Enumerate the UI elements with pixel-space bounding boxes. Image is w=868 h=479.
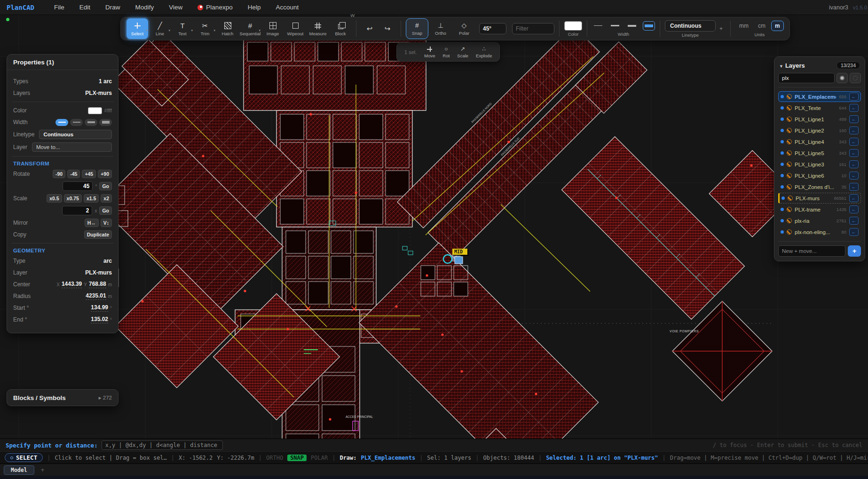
layers-panel-title[interactable]: ▼Layers	[779, 62, 805, 69]
prop-linetype-select[interactable]: Continuous	[39, 130, 112, 139]
tab-model[interactable]: Model	[4, 465, 34, 475]
menu-edit[interactable]: Edit	[72, 0, 98, 15]
mirror-vertical-button[interactable]: V↕	[101, 219, 112, 227]
layer-visibility-dot[interactable]	[781, 140, 784, 143]
tool-hatch[interactable]: Hatch	[217, 18, 238, 39]
move-selection-to-layer-button[interactable]: ←	[849, 205, 859, 213]
toggle-ortho[interactable]: ⊥ Ortho	[429, 18, 452, 39]
move-selection-to-layer-button[interactable]: ←	[849, 183, 859, 191]
radius-value[interactable]: 4235.01	[86, 292, 106, 300]
new-layer-input[interactable]	[778, 245, 845, 257]
context-move-button[interactable]: Move	[424, 46, 435, 58]
unit-m[interactable]: m	[771, 21, 784, 31]
center-x-value[interactable]: 1443.39	[62, 281, 82, 288]
no-entry-icon[interactable]	[787, 173, 792, 178]
layer-row[interactable]: PLX_Ligne5343←	[778, 148, 861, 158]
rotate-minus-90-button[interactable]: -90	[53, 170, 65, 178]
move-selection-to-layer-button[interactable]: ←	[849, 194, 859, 202]
layer-row[interactable]: PLX_Ligne1489←	[778, 114, 861, 125]
layer-row[interactable]: PLX_Zones d'i...35←	[778, 181, 861, 192]
layer-row[interactable]: PLX-murs86561←	[778, 193, 861, 204]
menu-modify[interactable]: Modify	[128, 0, 162, 15]
undo-button[interactable]: ↩	[361, 18, 378, 39]
blocks-symbols-panel[interactable]: Blocks / Symbols ▸ 272	[7, 389, 118, 406]
linetype-add-icon[interactable]: +	[719, 25, 723, 32]
context-explode-button[interactable]: ∴ Explode	[476, 46, 492, 58]
start-angle-value[interactable]: 134.99	[91, 304, 108, 312]
scale-x15-button[interactable]: x1.5	[84, 194, 99, 203]
chevron-down-icon[interactable]: ▾	[213, 29, 215, 32]
layer-visibility-dot[interactable]	[781, 208, 784, 211]
tool-image[interactable]: Image	[262, 18, 284, 39]
tool-text[interactable]: T Text ▾	[172, 18, 193, 39]
cad-canvas[interactable]: VOIE POMPIERSACCES PRINCIPALPASSERELLE N…	[0, 0, 868, 479]
chevron-down-icon[interactable]: ▾	[168, 29, 170, 32]
mirror-horizontal-button[interactable]: H↔	[85, 219, 99, 227]
menu-help[interactable]: Help	[240, 0, 268, 15]
layer-row[interactable]: PLX_Ligne2160←	[778, 125, 861, 136]
tool-block[interactable]: Block	[330, 18, 351, 39]
layer-visibility-dot[interactable]	[781, 163, 784, 166]
move-selection-to-layer-button[interactable]: ←	[849, 149, 859, 157]
rotate-minus-45-button[interactable]: -45	[67, 170, 80, 178]
prop-width-4[interactable]	[99, 119, 112, 126]
scale-x2-button[interactable]: x2	[101, 194, 112, 203]
toggle-snap[interactable]: # Snap	[406, 18, 428, 39]
context-rotate-button[interactable]: ○ Rot	[443, 46, 450, 58]
layer-row[interactable]: plx-ria2761←	[778, 215, 861, 226]
layer-visibility-dot[interactable]	[781, 151, 784, 155]
layer-row[interactable]: PLX_Ligne4343←	[778, 136, 861, 147]
chevron-down-icon[interactable]: ▾	[146, 29, 148, 32]
filter-input[interactable]	[512, 23, 554, 34]
layer-row[interactable]: PLX_Emplaceme...656←	[778, 91, 861, 102]
color-swatch[interactable]	[88, 107, 102, 114]
layer-row[interactable]: PLX_Ligne3161←	[778, 159, 861, 170]
layer-visibility-dot[interactable]	[781, 219, 784, 222]
add-layer-button[interactable]: +	[848, 245, 861, 257]
layer-visibility-dot[interactable]	[781, 95, 784, 98]
angle-input[interactable]	[479, 23, 506, 34]
width-option-3[interactable]	[626, 21, 638, 31]
menu-account[interactable]: Account	[268, 0, 306, 15]
move-selection-to-layer-button[interactable]: ←	[849, 172, 859, 180]
width-option-2[interactable]	[609, 21, 621, 31]
linetype-select[interactable]: Continuous	[665, 20, 716, 31]
no-entry-icon[interactable]	[787, 184, 792, 189]
menu-view[interactable]: View	[161, 0, 190, 15]
layer-row[interactable]: PLX-trame1435←	[778, 204, 861, 215]
select-mode-button[interactable]: SELECT	[5, 453, 43, 462]
layer-row[interactable]: PLX_Ligne610←	[778, 170, 861, 181]
no-entry-icon[interactable]	[787, 162, 792, 167]
layers-filter-solid-button[interactable]	[836, 73, 848, 83]
tool-select[interactable]: Select ▾	[126, 18, 148, 39]
prop-width-3[interactable]	[85, 119, 97, 126]
context-scale-button[interactable]: ↗ Scale	[457, 46, 468, 58]
chevron-down-icon[interactable]: ▾	[191, 29, 193, 32]
add-tab-button[interactable]: +	[41, 466, 45, 473]
snap-indicator[interactable]: SNAP	[287, 455, 307, 461]
no-entry-icon[interactable]	[787, 207, 792, 212]
end-angle-value[interactable]: 135.02	[91, 316, 108, 323]
unit-mm[interactable]: mm	[735, 21, 752, 31]
toggle-polar[interactable]: ◇ Polar	[453, 18, 475, 39]
ortho-indicator[interactable]: ORTHO	[266, 455, 283, 461]
layer-visibility-dot[interactable]	[781, 185, 784, 188]
move-selection-to-layer-button[interactable]: ←	[849, 115, 859, 123]
menu-file[interactable]: File	[47, 0, 72, 15]
tool-wipeout[interactable]: Wipeout	[284, 18, 306, 39]
no-entry-icon[interactable]	[787, 94, 792, 99]
menu-planexpo[interactable]: Planexpo	[190, 0, 240, 15]
rotate-plus-45-button[interactable]: +45	[82, 170, 96, 178]
no-entry-icon[interactable]	[787, 139, 792, 144]
rotate-plus-90-button[interactable]: +90	[98, 170, 112, 178]
chevron-down-icon[interactable]: ▾	[259, 29, 260, 32]
prop-width-2[interactable]	[70, 119, 83, 126]
tool-measure[interactable]: Measure	[307, 18, 329, 39]
layer-visibility-dot[interactable]	[781, 196, 785, 200]
tool-line[interactable]: ╱ Line ▾	[149, 18, 171, 39]
center-y-value[interactable]: 768.88	[89, 281, 106, 288]
layer-visibility-dot[interactable]	[781, 118, 784, 121]
menu-draw[interactable]: Draw	[98, 0, 128, 15]
layer-visibility-dot[interactable]	[781, 174, 784, 177]
rotate-go-button[interactable]: Go	[99, 182, 112, 190]
